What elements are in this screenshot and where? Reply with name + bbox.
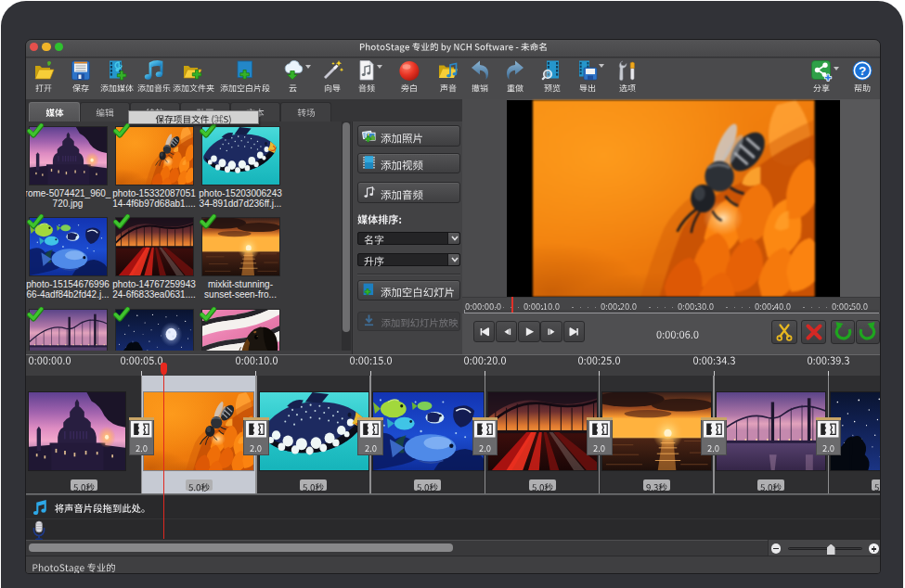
svg-text:?: ?	[859, 64, 866, 78]
